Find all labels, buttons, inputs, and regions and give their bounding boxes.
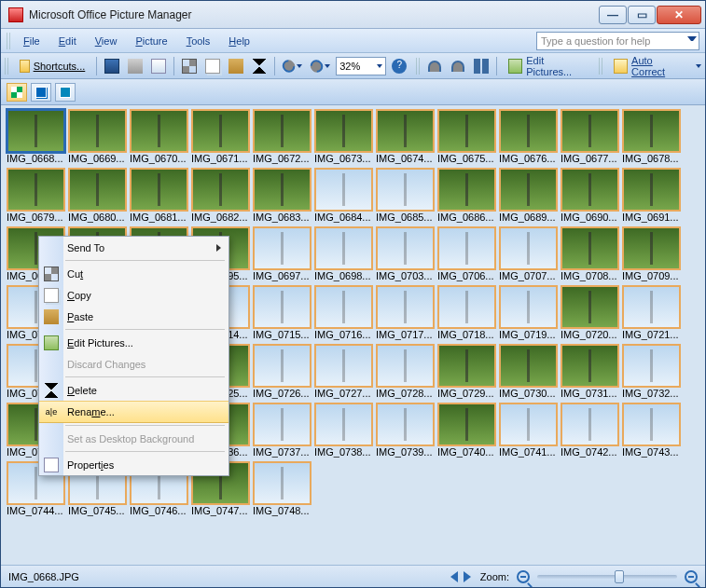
- thumbnail-item[interactable]: IMG_0730...: [499, 344, 558, 401]
- paste-button[interactable]: [226, 56, 246, 76]
- menu-edit[interactable]: Edit: [51, 33, 84, 49]
- thumbnail-item[interactable]: IMG_0740...: [437, 403, 496, 459]
- thumbnail-item[interactable]: IMG_0675...: [437, 109, 496, 166]
- next-image-button[interactable]: [464, 571, 471, 582]
- thumbnail-item[interactable]: IMG_0668...: [7, 109, 65, 166]
- ctx-copy[interactable]: Copy: [39, 284, 228, 306]
- thumbnail-item[interactable]: IMG_0673...: [314, 109, 373, 166]
- thumbnail-item[interactable]: IMG_0715...: [253, 285, 311, 342]
- ctx-properties[interactable]: Properties: [39, 454, 228, 475]
- thumbnail-item[interactable]: IMG_0683...: [253, 168, 311, 225]
- auto-correct-button[interactable]: Auto Correct: [607, 56, 693, 76]
- zoom-in-button[interactable]: [685, 570, 698, 583]
- thumbnail-item[interactable]: IMG_0738...: [314, 403, 373, 459]
- delete-button[interactable]: [249, 56, 270, 76]
- thumbnail-item[interactable]: IMG_0737...: [253, 403, 311, 459]
- close-button[interactable]: ✕: [657, 6, 701, 24]
- thumbnail-item[interactable]: IMG_0720...: [561, 285, 619, 342]
- thumbnail-item[interactable]: IMG_0708...: [561, 226, 619, 283]
- maximize-button[interactable]: ▭: [628, 6, 656, 24]
- thumbnail-item[interactable]: IMG_0742...: [561, 403, 619, 459]
- filmstrip-view-button[interactable]: [31, 83, 51, 102]
- thumbnail-item[interactable]: IMG_0717...: [376, 285, 435, 342]
- thumbnail-item[interactable]: IMG_0741...: [499, 403, 558, 459]
- thumbnail-item[interactable]: IMG_0677...: [561, 109, 619, 166]
- thumbnail-item[interactable]: IMG_0680...: [68, 168, 127, 225]
- zoom-combo[interactable]: 32%: [336, 57, 386, 75]
- minimize-button[interactable]: —: [599, 6, 627, 24]
- thumbnail-item[interactable]: IMG_0679...: [7, 168, 65, 225]
- thumbnail-item[interactable]: IMG_0709...: [622, 226, 681, 283]
- zoom-out-button[interactable]: [517, 570, 530, 583]
- thumbnail-item[interactable]: IMG_0691...: [622, 168, 681, 225]
- ctx-delete[interactable]: Delete: [39, 379, 228, 401]
- redo-button[interactable]: [308, 56, 333, 76]
- ctx-edit-pictures[interactable]: Edit Pictures...: [39, 332, 228, 353]
- rotate-left-button[interactable]: [424, 56, 445, 76]
- thumbnail-view-button[interactable]: [7, 83, 27, 102]
- thumbnail-item[interactable]: IMG_0672...: [253, 109, 311, 166]
- thumbnail-item[interactable]: IMG_0716...: [314, 285, 373, 342]
- thumbnail-item[interactable]: IMG_0690...: [561, 168, 619, 225]
- thumbnail-item[interactable]: IMG_0731...: [561, 344, 619, 401]
- prev-image-button[interactable]: [450, 571, 458, 582]
- thumbnail-item[interactable]: IMG_0727...: [314, 344, 373, 401]
- thumbnail-item[interactable]: IMG_0718...: [437, 285, 496, 342]
- thumbnail-item[interactable]: IMG_0678...: [622, 109, 681, 166]
- cut-button[interactable]: [179, 56, 200, 76]
- thumbnail-item[interactable]: IMG_0689...: [499, 168, 558, 225]
- menu-view[interactable]: View: [88, 33, 125, 49]
- thumbnail-item[interactable]: IMG_0739...: [376, 403, 435, 459]
- ctx-paste[interactable]: Paste: [39, 306, 228, 327]
- thumbnail-item[interactable]: IMG_0748...: [253, 461, 311, 518]
- zoom-slider-knob[interactable]: [615, 570, 624, 583]
- thumbnail-item[interactable]: IMG_0674...: [376, 109, 435, 166]
- thumbnail-item[interactable]: IMG_0685...: [376, 168, 435, 225]
- menu-file[interactable]: File: [16, 33, 48, 49]
- ctx-send-to[interactable]: Send To: [39, 237, 228, 258]
- rotate-right-button[interactable]: [448, 56, 468, 76]
- thumbnail-item[interactable]: IMG_0697...: [253, 226, 311, 283]
- thumbnail-item[interactable]: IMG_0698...: [314, 226, 373, 283]
- zoom-slider[interactable]: [537, 575, 677, 579]
- thumbnail-pane[interactable]: IMG_0668...IMG_0669...IMG_0670...IMG_067…: [1, 105, 705, 565]
- thumbnail-item[interactable]: IMG_0726...: [253, 344, 311, 401]
- thumbnail-item[interactable]: IMG_0684...: [314, 168, 373, 225]
- help-button[interactable]: ?: [389, 56, 409, 76]
- thumbnail-item[interactable]: IMG_0686...: [437, 168, 496, 225]
- thumbnail-item[interactable]: IMG_0721...: [622, 285, 681, 342]
- menu-help[interactable]: Help: [221, 33, 257, 49]
- thumbnail-item[interactable]: IMG_0706...: [437, 226, 496, 283]
- thumbnail-item[interactable]: IMG_0670...: [130, 109, 188, 166]
- single-view-button[interactable]: [55, 83, 76, 102]
- menu-picture[interactable]: Picture: [128, 33, 174, 49]
- shortcuts-button[interactable]: Shortcuts...: [13, 56, 92, 76]
- thumbnail-item[interactable]: IMG_0681...: [130, 168, 188, 225]
- thumbnail-item[interactable]: IMG_0728...: [376, 344, 435, 401]
- ctx-cut[interactable]: Cut: [39, 263, 228, 284]
- thumbnail-item[interactable]: IMG_0719...: [499, 285, 558, 342]
- app-icon: [8, 7, 23, 22]
- thumbnail-item[interactable]: IMG_0682...: [191, 168, 250, 225]
- mail-button[interactable]: [148, 56, 169, 76]
- thumbnail-item[interactable]: IMG_0743...: [622, 403, 681, 459]
- help-search-input[interactable]: Type a question for help: [536, 32, 699, 50]
- copy-button[interactable]: [202, 56, 223, 76]
- thumbnail-item[interactable]: IMG_0669...: [68, 109, 127, 166]
- flip-button[interactable]: [471, 56, 491, 76]
- separator: [65, 425, 225, 426]
- print-button[interactable]: [125, 56, 145, 76]
- thumbnail-item[interactable]: IMG_0729...: [437, 344, 496, 401]
- thumbnail-item[interactable]: IMG_0732...: [622, 344, 681, 401]
- thumbnail-item[interactable]: IMG_0707...: [499, 226, 558, 283]
- thumbnail-item[interactable]: IMG_0676...: [499, 109, 558, 166]
- undo-button[interactable]: [280, 56, 305, 76]
- thumbnail-item[interactable]: IMG_0703...: [376, 226, 435, 283]
- thumbnail-item[interactable]: IMG_0671...: [191, 109, 250, 166]
- edit-pictures-button[interactable]: Edit Pictures...: [502, 56, 596, 76]
- menu-tools[interactable]: Tools: [179, 33, 218, 49]
- thumbnail-label: IMG_0709...: [622, 270, 681, 283]
- toolbar-overflow[interactable]: [696, 64, 701, 68]
- ctx-rename[interactable]: a|e Rename...: [39, 401, 228, 423]
- save-button[interactable]: [102, 56, 122, 76]
